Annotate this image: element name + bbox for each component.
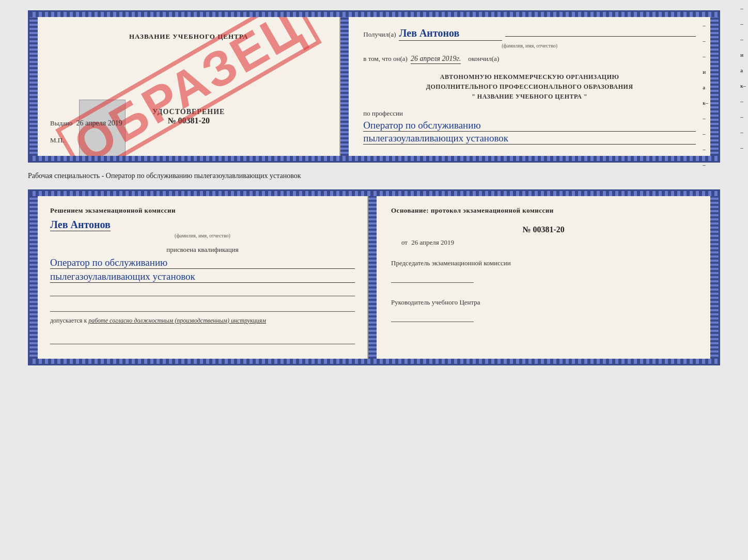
right-dash-b6: – — [740, 129, 746, 135]
right-char-к: к– — [703, 100, 708, 106]
bottom-right-page: Основание: протокол экзаменационной коми… — [377, 196, 710, 359]
right-char-б-к: к– — [740, 83, 746, 89]
head-block: Руководитель учебного Центра — [391, 298, 696, 322]
assigned-qual-label: присвоена квалификация — [50, 246, 355, 254]
right-dash-4: – — [703, 115, 708, 121]
right-dash-6: – — [703, 146, 708, 152]
right-dash-3: – — [703, 53, 708, 59]
right-dash-7: – — [703, 162, 708, 168]
photo-placeholder — [79, 100, 126, 156]
org-block: АВТОНОМНУЮ НЕКОММЕРЧЕСКУЮ ОРГАНИЗАЦИЮ ДО… — [363, 72, 696, 102]
name-dash — [505, 36, 696, 37]
center-spine-top — [340, 17, 349, 156]
right-dash-b3: – — [740, 36, 746, 42]
fio-hint-bottom: (фамилия, имя, отчество) — [50, 233, 355, 238]
chairman-block: Председатель экзаменационной комиссии — [391, 259, 696, 283]
recipient-name: Лев Антонов — [399, 27, 502, 41]
received-label: Получил(а) — [363, 30, 396, 39]
right-char-б-и: и — [740, 52, 746, 58]
top-left-page: НАЗВАНИЕ УЧЕБНОГО ЦЕНТРА ОБРАЗЕЦ УДОСТОВ… — [38, 17, 340, 156]
right-dash-b1: – — [740, 5, 746, 11]
in-that-label: в том, что он(а) — [363, 55, 408, 63]
org-line2: ДОПОЛНИТЕЛЬНОГО ПРОФЕССИОНАЛЬНОГО ОБРАЗО… — [363, 82, 696, 92]
right-dash-b5: – — [740, 114, 746, 120]
допускается-line: допускается к работе согласно должностны… — [50, 317, 355, 325]
blank-line-3 — [50, 333, 355, 344]
profession-line1-top: Оператор по обслуживанию — [363, 120, 696, 132]
in-that-line: в том, что он(а) 26 апреля 2019г. окончи… — [363, 55, 696, 64]
right-spine-strip-top — [710, 17, 719, 156]
top-certificate-book: НАЗВАНИЕ УЧЕБНОГО ЦЕНТРА ОБРАЗЕЦ УДОСТОВ… — [28, 10, 720, 163]
left-spine-strip-bottom — [29, 196, 38, 359]
blank-line-1 — [50, 285, 355, 296]
bottom-left-page: Решением экзаменационной комиссии Лев Ан… — [38, 196, 368, 359]
document-container: НАЗВАНИЕ УЧЕБНОГО ЦЕНТРА ОБРАЗЕЦ УДОСТОВ… — [28, 10, 720, 365]
bottom-certificate-book: Решением экзаменационной комиссии Лев Ан… — [28, 189, 720, 365]
protocol-number: № 00381-20 — [391, 225, 696, 234]
issued-date-line: Выдано 26 апреля 2019 — [50, 119, 122, 127]
protocol-date-prefix: от — [401, 238, 408, 246]
profession-label: по профессии — [363, 109, 696, 118]
decision-title: Решением экзаменационной комиссии — [50, 206, 355, 215]
right-dash-1: – — [703, 22, 708, 28]
допускается-label: допускается к — [50, 317, 87, 324]
chairman-signature-line — [391, 271, 474, 283]
top-border-strip — [29, 12, 719, 17]
completed-date: 26 апреля 2019г. — [411, 55, 461, 64]
fio-hint-top: (фамилия, имя, отчество) — [363, 43, 696, 49]
mp-line: М.П. — [50, 136, 64, 145]
center-spine-bottom — [368, 196, 377, 359]
head-signature-line — [391, 311, 474, 322]
right-char-и: и — [703, 69, 708, 75]
profession-line2-bottom: пылегазоулавливающих установок — [50, 271, 355, 283]
profession-line1-bottom: Оператор по обслуживанию — [50, 257, 355, 269]
received-line: Получил(а) Лев Антонов — [363, 27, 696, 41]
profession-line2-top: пылегазоулавливающих установок — [363, 133, 696, 145]
right-dash-2: – — [703, 38, 708, 44]
issued-label: Выдано — [50, 119, 72, 127]
left-spine-strip — [29, 17, 38, 156]
training-center-title: НАЗВАНИЕ УЧЕБНОГО ЦЕНТРА — [50, 33, 327, 41]
org-line3: " НАЗВАНИЕ УЧЕБНОГО ЦЕНТРА " — [363, 92, 696, 102]
right-spine-strip-bottom — [710, 196, 719, 359]
bottom-border-strip-top — [29, 156, 719, 161]
chairman-label: Председатель экзаменационной комиссии — [391, 259, 696, 267]
bottom-border-strip-bottom — [29, 359, 719, 364]
middle-caption-text: Рабочая специальность - Оператор по обсл… — [28, 172, 301, 180]
допускается-value: работе согласно должностным (производств… — [88, 317, 266, 324]
issued-date: 26 апреля 2019 — [76, 119, 122, 127]
blank-line-2 — [50, 300, 355, 312]
middle-caption: Рабочая специальность - Оператор по обсл… — [28, 169, 720, 183]
org-line1: АВТОНОМНУЮ НЕКОММЕРЧЕСКУЮ ОРГАНИЗАЦИЮ — [363, 72, 696, 82]
right-dash-b2: – — [740, 21, 746, 27]
top-right-page: Получил(а) Лев Антонов (фамилия, имя, от… — [349, 17, 710, 156]
top-border-strip-bottom — [29, 191, 719, 196]
protocol-date-value: 26 апреля 2019 — [411, 238, 454, 246]
right-char-б-а: а — [740, 67, 746, 73]
right-dash-5: – — [703, 131, 708, 137]
completed-label: окончил(а) — [468, 55, 499, 63]
right-dash-b4: – — [740, 98, 746, 104]
protocol-date: от 26 апреля 2019 — [391, 238, 696, 247]
right-dash-b7: – — [740, 145, 746, 151]
osnovanje-title: Основание: протокол экзаменационной коми… — [391, 206, 696, 215]
head-label: Руководитель учебного Центра — [391, 298, 696, 307]
right-char-а: а — [703, 84, 708, 90]
bottom-recipient-name: Лев Антонов — [50, 219, 111, 231]
